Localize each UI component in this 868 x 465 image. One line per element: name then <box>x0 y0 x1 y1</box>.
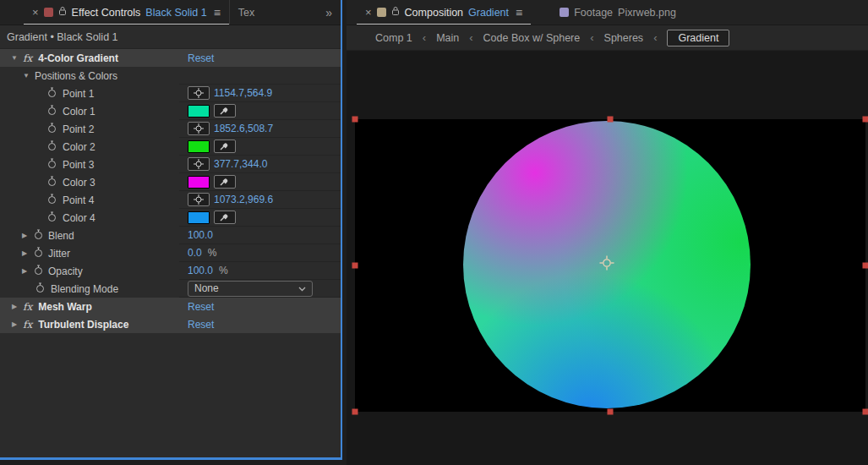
property-row-jitter: ▶ Jitter 0.0 % <box>0 244 341 262</box>
disclosure-triangle-open[interactable]: ▼ <box>10 54 19 62</box>
stopwatch-icon[interactable] <box>47 87 57 101</box>
property-row-point-1: Point 1 1154.7,564.9 <box>0 85 341 102</box>
tab-footage-pixrweb[interactable]: Footage Pixrweb.png <box>551 0 685 25</box>
selection-handle-mid-right[interactable] <box>863 263 868 269</box>
breadcrumb-separator: ‹ <box>423 31 426 44</box>
stopwatch-icon[interactable] <box>47 123 57 136</box>
selection-handle-bottom-right[interactable] <box>863 409 868 415</box>
disclosure-triangle-closed[interactable]: ▶ <box>10 320 19 328</box>
tab-title: Effect Controls <box>72 7 141 19</box>
slider-value[interactable]: 100.0 <box>188 265 213 276</box>
point-value[interactable]: 1073.2,969.6 <box>214 194 273 205</box>
breadcrumb-item-comp-1[interactable]: Comp 1 <box>375 32 412 44</box>
property-row-color-2: Color 2 <box>0 138 341 156</box>
reset-link[interactable]: Reset <box>188 301 214 313</box>
stopwatch-icon[interactable] <box>47 140 57 154</box>
selection-handle-top-center[interactable] <box>608 117 614 123</box>
breadcrumb-item-spheres[interactable]: Spheres <box>604 32 644 44</box>
close-tab-icon[interactable]: × <box>365 7 372 18</box>
composition-viewport[interactable] <box>347 51 868 465</box>
property-label: Opacity <box>48 265 83 277</box>
chevron-down-icon <box>298 282 306 294</box>
color-swatch[interactable] <box>188 176 210 189</box>
tab-target-comp: Gradient <box>468 7 509 19</box>
panel-chip-icon <box>44 8 53 17</box>
composition-tabbar: × Composition Gradient ≡ Footage Pixrweb… <box>347 0 868 25</box>
property-row-color-3: Color 3 <box>0 173 341 191</box>
breadcrumb-item-gradient[interactable]: Gradient <box>667 30 729 46</box>
point-value[interactable]: 377.7,344.0 <box>214 158 267 170</box>
point-picker-button[interactable] <box>188 86 210 100</box>
panel-menu-icon[interactable]: ≡ <box>214 6 221 19</box>
color-swatch[interactable] <box>188 211 210 224</box>
selection-handle-mid-left[interactable] <box>352 263 358 269</box>
stopwatch-icon[interactable] <box>47 211 57 225</box>
disclosure-triangle-closed[interactable]: ▶ <box>20 249 29 257</box>
close-tab-icon[interactable]: × <box>32 7 39 18</box>
stopwatch-icon[interactable] <box>34 247 43 260</box>
eyedropper-button[interactable] <box>214 211 236 224</box>
property-label: Point 1 <box>63 88 94 100</box>
effect-property-list: ▼ fx 4-Color Gradient Reset ▼ Positions … <box>0 49 341 457</box>
lock-icon[interactable] <box>391 6 400 19</box>
tab-composition[interactable]: × Composition Gradient ≡ <box>357 0 531 25</box>
property-label: Jitter <box>48 248 70 260</box>
stopwatch-icon[interactable] <box>35 282 45 296</box>
stopwatch-icon[interactable] <box>47 194 57 207</box>
point-picker-button[interactable] <box>188 157 210 171</box>
selection-handle-top-right[interactable] <box>863 117 868 123</box>
disclosure-triangle-closed[interactable]: ▶ <box>20 267 29 275</box>
effect-controls-tabbar: × Effect Controls Black Solid 1 ≡ Tex » <box>0 0 341 25</box>
selection-handle-top-left[interactable] <box>352 117 358 123</box>
disclosure-triangle-closed[interactable]: ▶ <box>20 232 29 239</box>
tab-label: Tex <box>238 7 254 19</box>
blending-mode-dropdown[interactable]: None <box>188 281 313 297</box>
effect-header-4-color-gradient[interactable]: ▼ fx 4-Color Gradient Reset <box>0 49 341 67</box>
color-swatch[interactable] <box>188 105 210 118</box>
effect-name: 4-Color Gradient <box>38 52 118 64</box>
breadcrumb-item-code-box[interactable]: Code Box w/ Sphere <box>483 32 581 44</box>
eyedropper-button[interactable] <box>214 140 236 153</box>
selection-handle-bottom-left[interactable] <box>352 409 358 415</box>
eyedropper-button[interactable] <box>214 175 236 189</box>
anchor-point-icon[interactable] <box>599 255 614 274</box>
selection-handle-bottom-center[interactable] <box>608 409 614 415</box>
tab-overflow-chevrons[interactable]: » <box>317 0 341 25</box>
slider-value[interactable]: 100.0 <box>188 229 213 241</box>
stopwatch-icon[interactable] <box>47 105 57 118</box>
stopwatch-icon[interactable] <box>34 229 43 243</box>
tab-effect-controls[interactable]: × Effect Controls Black Solid 1 ≡ <box>24 0 229 25</box>
effect-header-mesh-warp[interactable]: ▶ fx Mesh Warp Reset <box>0 298 341 315</box>
lock-icon[interactable] <box>58 6 67 19</box>
effect-name: Turbulent Displace <box>38 319 128 331</box>
property-row-point-4: Point 4 1073.2,969.6 <box>0 191 341 209</box>
property-row-point-3: Point 3 377.7,344.0 <box>0 156 341 173</box>
panel-menu-icon[interactable]: ≡ <box>516 6 522 19</box>
point-value[interactable]: 1154.7,564.9 <box>214 87 272 99</box>
reset-link[interactable]: Reset <box>188 52 214 64</box>
stopwatch-icon[interactable] <box>34 265 43 278</box>
disclosure-triangle-closed[interactable]: ▶ <box>10 303 19 310</box>
value-suffix: % <box>219 265 228 276</box>
point-picker-button[interactable] <box>188 122 210 135</box>
property-row-opacity: ▶ Opacity 100.0 % <box>0 262 341 280</box>
composition-panel: × Composition Gradient ≡ Footage Pixrweb… <box>347 0 868 465</box>
color-swatch[interactable] <box>188 140 210 153</box>
disclosure-triangle-open[interactable]: ▼ <box>22 72 30 79</box>
effect-header-turbulent-displace[interactable]: ▶ fx Turbulent Displace Reset <box>0 315 341 333</box>
group-row-positions-colors[interactable]: ▼ Positions & Colors <box>0 67 341 85</box>
eyedropper-button[interactable] <box>214 104 236 118</box>
point-picker-button[interactable] <box>188 193 210 206</box>
property-label: Point 2 <box>63 123 94 135</box>
point-value[interactable]: 1852.6,508.7 <box>214 123 273 134</box>
breadcrumb-separator: ‹ <box>469 31 472 44</box>
tab-text-truncated[interactable]: Tex <box>229 0 263 25</box>
stopwatch-icon[interactable] <box>47 176 57 189</box>
slider-value[interactable]: 0.0 <box>188 247 202 259</box>
composition-canvas[interactable] <box>355 119 865 412</box>
group-label: Positions & Colors <box>35 70 117 82</box>
stopwatch-icon[interactable] <box>47 158 57 172</box>
reset-link[interactable]: Reset <box>188 319 214 331</box>
breadcrumb-item-main[interactable]: Main <box>436 32 459 44</box>
property-label: Color 3 <box>63 177 96 189</box>
